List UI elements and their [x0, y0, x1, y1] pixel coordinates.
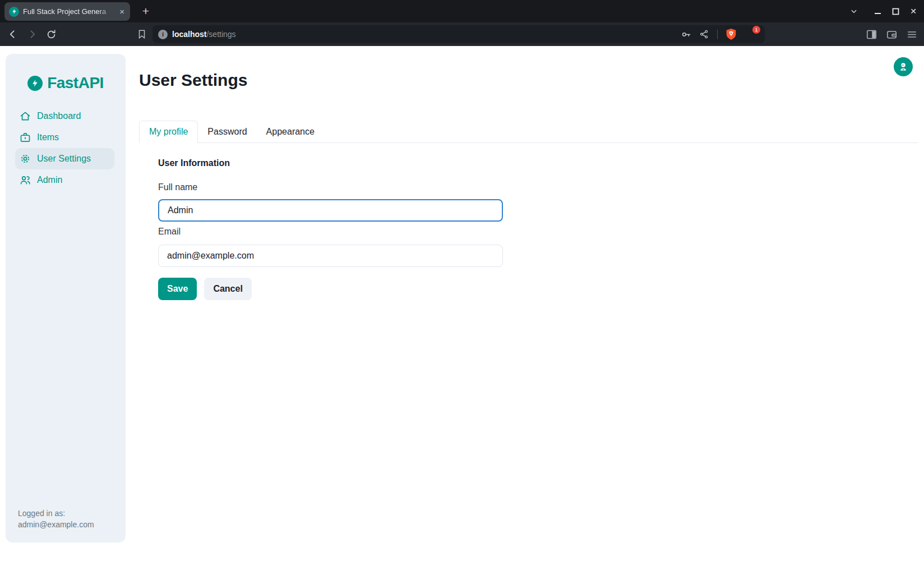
- sidebar-item-label: Admin: [37, 175, 62, 185]
- user-astronaut-icon: [898, 62, 908, 72]
- sidebar-panel-icon[interactable]: [866, 30, 877, 39]
- brave-shield-icon[interactable]: [726, 28, 737, 40]
- bookmark-icon[interactable]: [137, 29, 147, 40]
- close-window-button[interactable]: ✕: [906, 4, 921, 19]
- menu-hamburger-icon[interactable]: [907, 30, 917, 39]
- back-button[interactable]: [4, 26, 21, 43]
- share-icon[interactable]: [699, 29, 709, 39]
- logged-in-email: admin@example.com: [18, 519, 94, 530]
- full-name-label: Full name: [158, 182, 197, 192]
- logged-in-footer: Logged in as: admin@example.com: [18, 508, 94, 530]
- email-input[interactable]: [158, 245, 503, 267]
- password-key-icon[interactable]: [681, 29, 691, 40]
- site-info-icon[interactable]: i: [158, 30, 168, 39]
- sidebar-item-dashboard[interactable]: Dashboard: [15, 105, 114, 127]
- logged-in-label: Logged in as:: [18, 508, 94, 519]
- full-name-input[interactable]: [158, 199, 503, 222]
- app-page: FastAPI Dashboard Items User Settings: [0, 46, 924, 575]
- sidebar-item-label: Items: [37, 132, 59, 142]
- settings-tabs: My profile Password Appearance: [139, 121, 918, 143]
- browser-tab-bar: Full Stack Project Genera × + ✕: [0, 0, 924, 22]
- user-menu-button[interactable]: [894, 57, 913, 76]
- brave-rewards-icon[interactable]: 1: [745, 29, 757, 40]
- browser-tab[interactable]: Full Stack Project Genera ×: [4, 2, 130, 21]
- form-actions: Save Cancel: [158, 278, 252, 300]
- gear-icon: [20, 153, 31, 164]
- forward-button[interactable]: [24, 26, 40, 43]
- fastapi-logo-text: FastAPI: [47, 74, 104, 92]
- email-label: Email: [158, 227, 181, 237]
- sidebar-item-label: Dashboard: [37, 111, 81, 121]
- new-tab-button[interactable]: +: [138, 3, 154, 19]
- sidebar-item-label: User Settings: [37, 154, 91, 164]
- fastapi-logo-icon: [27, 76, 43, 91]
- tab-appearance[interactable]: Appearance: [257, 121, 324, 143]
- wallet-icon[interactable]: [886, 30, 897, 39]
- url-path: /settings: [206, 30, 235, 39]
- cancel-button[interactable]: Cancel: [204, 278, 251, 300]
- fastapi-favicon-icon: [9, 7, 19, 17]
- sidebar-nav: Dashboard Items User Settings Admin: [6, 105, 126, 191]
- rewards-badge: 1: [752, 26, 760, 34]
- home-icon: [20, 111, 31, 122]
- tab-close-icon[interactable]: ×: [118, 7, 126, 16]
- sidebar-item-user-settings[interactable]: User Settings: [15, 148, 114, 169]
- save-button[interactable]: Save: [158, 278, 197, 300]
- briefcase-icon: [20, 132, 31, 143]
- sidebar-item-admin[interactable]: Admin: [15, 169, 114, 191]
- fastapi-logo[interactable]: FastAPI: [6, 74, 126, 92]
- tab-search-chevron-icon[interactable]: [847, 4, 861, 19]
- tab-password[interactable]: Password: [198, 121, 256, 143]
- tab-title: Full Stack Project Genera: [23, 7, 114, 16]
- browser-toolbar: i localhost/settings 1: [0, 22, 924, 46]
- section-title: User Information: [158, 158, 230, 168]
- window-controls: ✕: [847, 0, 921, 22]
- minimize-button[interactable]: [870, 4, 885, 19]
- address-bar[interactable]: i localhost/settings 1: [153, 25, 765, 43]
- tab-my-profile[interactable]: My profile: [139, 121, 198, 143]
- sidebar: FastAPI Dashboard Items User Settings: [6, 54, 126, 542]
- sidebar-item-items[interactable]: Items: [15, 127, 114, 148]
- reload-button[interactable]: [43, 26, 59, 43]
- divider: [717, 30, 718, 39]
- maximize-button[interactable]: [888, 4, 903, 19]
- page-title: User Settings: [139, 71, 247, 90]
- users-icon: [20, 174, 31, 186]
- url-host: localhost: [172, 30, 206, 39]
